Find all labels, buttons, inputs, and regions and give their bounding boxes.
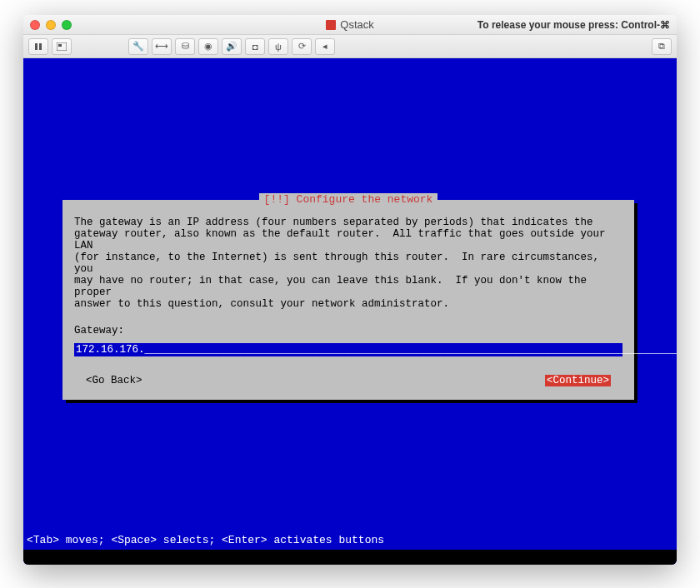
dialog-shadow [66,400,638,403]
vm-window: Qstack To release your mouse press: Cont… [23,15,677,565]
fullscreen-button[interactable]: ⧉ [652,38,672,55]
snapshot-button[interactable] [52,38,72,55]
gateway-input[interactable]: 172.16.176._____________________________… [74,343,622,356]
shared-folder-button[interactable]: ⟳ [292,38,312,55]
network-button[interactable]: ⟷ [152,38,172,55]
fullscreen-icon: ⧉ [658,41,665,52]
wrench-icon: 🔧 [132,41,144,52]
app-icon [326,20,336,30]
dialog-body-text: The gateway is an IP address (four numbe… [74,217,622,310]
dialog-title-row: [!!] Configure the network [62,193,634,206]
network-icon: ⟷ [155,41,168,52]
usb-icon: ψ [275,42,282,52]
dialog-buttons: <Go Back> <Continue> [74,375,622,386]
toolbar: 🔧 ⟷ ⛁ ◉ 🔊 ◘ ψ ⟳ ◂ ⧉ [23,35,677,58]
svg-rect-0 [35,43,38,50]
gateway-input-value: 172.16.176. [76,344,145,356]
gateway-input-fill: ________________________________________… [145,344,677,356]
footer-bar [23,550,677,565]
svg-rect-1 [39,43,42,50]
mouse-icon: ◂ [322,41,328,52]
cd-button[interactable]: ◉ [198,38,218,55]
svg-rect-3 [58,44,62,47]
audio-button[interactable]: 🔊 [222,38,242,55]
dialog-title: [!!] Configure the network [259,193,438,206]
pause-button[interactable] [28,38,48,55]
cd-icon: ◉ [204,41,212,52]
settings-button[interactable]: 🔧 [128,38,148,55]
usb-button[interactable]: ψ [268,38,288,55]
camera-icon: ◘ [252,42,258,52]
audio-icon: 🔊 [226,41,238,52]
dialog-shadow [634,203,638,403]
hdd-icon: ⛁ [182,41,189,52]
go-back-button[interactable]: <Go Back> [86,375,142,386]
vm-screen[interactable]: [!!] Configure the network The gateway i… [23,58,677,565]
configure-network-dialog: [!!] Configure the network The gateway i… [62,200,634,400]
window-title: Qstack [23,18,677,31]
camera-button[interactable]: ◘ [245,38,265,55]
titlebar: Qstack To release your mouse press: Cont… [23,15,677,35]
mouse-integration-button[interactable]: ◂ [315,38,335,55]
shared-icon: ⟳ [298,41,306,52]
gateway-label: Gateway: [74,325,622,336]
hdd-button[interactable]: ⛁ [175,38,195,55]
continue-button[interactable]: <Continue> [545,375,611,386]
footer-hint: <Tab> moves; <Space> selects; <Enter> ac… [27,534,384,546]
window-title-text: Qstack [340,18,373,31]
